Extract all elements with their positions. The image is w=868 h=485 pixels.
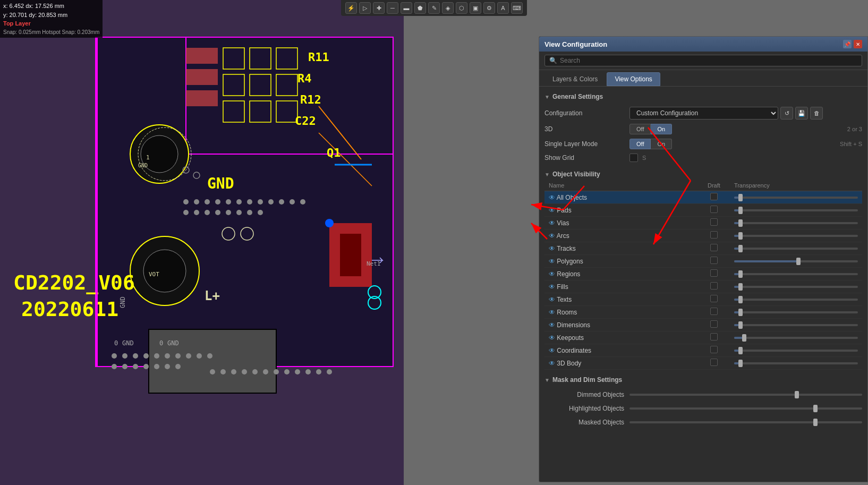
mask-slider-2[interactable]: [629, 418, 862, 427]
eye-icon-12[interactable]: 👁: [549, 347, 557, 354]
toolbar-btn-9[interactable]: ⬡: [456, 2, 467, 14]
col-name-header: Name: [544, 180, 698, 191]
config-reset-btn[interactable]: ↺: [780, 107, 793, 120]
draft-checkbox-5[interactable]: [710, 257, 718, 264]
eye-icon-0[interactable]: 👁: [549, 194, 557, 201]
transparency-slider-10[interactable]: [734, 321, 858, 329]
show-grid-checkbox[interactable]: [629, 154, 638, 162]
draft-checkbox-9[interactable]: [710, 308, 718, 315]
draft-checkbox-12[interactable]: [710, 346, 718, 353]
toolbar-btn-3[interactable]: ✚: [373, 2, 385, 14]
tab-layers-colors[interactable]: Layers & Colors: [544, 72, 606, 86]
transparency-slider-2[interactable]: [734, 219, 858, 227]
3d-on-btn[interactable]: On: [651, 124, 672, 134]
eye-icon-11[interactable]: 👁: [549, 334, 557, 342]
draft-checkbox-6[interactable]: [710, 269, 718, 277]
transparency-cell-1: [730, 204, 862, 217]
panel-search-area: 🔍: [539, 52, 867, 70]
transparency-slider-11[interactable]: [734, 334, 858, 342]
draft-checkbox-13[interactable]: [710, 359, 718, 366]
config-select[interactable]: Custom Configuration: [629, 107, 778, 120]
svg-point-74: [175, 353, 181, 359]
transparency-slider-8[interactable]: [734, 295, 858, 304]
mask-slider-1[interactable]: [629, 404, 862, 413]
transparency-slider-3[interactable]: [734, 232, 858, 240]
svg-point-91: [274, 369, 279, 375]
eye-icon-8[interactable]: 👁: [549, 296, 557, 303]
toolbar-btn-7[interactable]: ✎: [428, 2, 440, 14]
transparency-slider-6[interactable]: [734, 270, 858, 278]
mask-slider-0[interactable]: [629, 390, 862, 399]
tab-view-options[interactable]: View Options: [607, 72, 660, 86]
mask-label-2: Masked Objects: [544, 419, 629, 426]
toolbar-btn-8[interactable]: ◈: [442, 2, 454, 14]
table-row: 👁 3D Body: [544, 357, 862, 370]
single-layer-label: Single Layer Mode: [544, 140, 629, 148]
transparency-slider-12[interactable]: [734, 346, 858, 355]
transparency-slider-13[interactable]: [734, 359, 858, 368]
toolbar-btn-5[interactable]: ▬: [401, 2, 412, 14]
svg-point-85: [210, 369, 215, 375]
eye-icon-5[interactable]: 👁: [549, 258, 557, 265]
draft-checkbox-11[interactable]: [710, 333, 718, 341]
slm-off-btn[interactable]: Off: [629, 139, 651, 149]
transparency-slider-1[interactable]: [734, 206, 858, 215]
svg-point-22: [215, 199, 220, 205]
transparency-cell-13: [730, 357, 862, 370]
3d-off-btn[interactable]: Off: [629, 124, 651, 134]
svg-text:GND: GND: [119, 296, 126, 308]
eye-icon-10[interactable]: 👁: [549, 321, 557, 329]
toolbar-btn-6[interactable]: ⬟: [414, 2, 426, 14]
draft-cell-13: [698, 357, 730, 370]
eye-icon-9[interactable]: 👁: [549, 309, 557, 316]
eye-icon-1[interactable]: 👁: [549, 207, 557, 214]
table-row: 👁 Rooms: [544, 306, 862, 319]
toolbar-btn-13[interactable]: ⌨: [511, 2, 523, 14]
transparency-slider-4[interactable]: [734, 244, 858, 253]
mask-dim-header[interactable]: ▼ Mask and Dim Settings: [539, 374, 867, 386]
transparency-slider-9[interactable]: [734, 308, 858, 317]
svg-point-95: [316, 369, 321, 375]
draft-checkbox-4[interactable]: [710, 244, 718, 251]
eye-icon-3[interactable]: 👁: [549, 232, 557, 240]
config-save-btn[interactable]: 💾: [795, 107, 808, 120]
table-row: 👁 Dimensions: [544, 319, 862, 331]
transparency-slider-7[interactable]: [734, 283, 858, 291]
transparency-slider-5[interactable]: [734, 257, 858, 266]
toolbar-btn-12[interactable]: A: [497, 2, 509, 14]
toolbar-btn-4[interactable]: ─: [387, 2, 398, 14]
panel-pin-button[interactable]: 📌: [843, 40, 852, 48]
eye-icon-4[interactable]: 👁: [549, 245, 557, 252]
transparency-slider-0[interactable]: [734, 193, 858, 202]
draft-checkbox-2[interactable]: [710, 218, 718, 226]
object-visibility-header[interactable]: ▼ Object Visibility: [539, 168, 867, 180]
config-delete-btn[interactable]: 🗑: [810, 107, 823, 120]
general-settings-header[interactable]: ▼ General Settings: [539, 91, 867, 103]
eye-icon-2[interactable]: 👁: [549, 219, 557, 227]
search-input[interactable]: [560, 57, 857, 64]
panel-body[interactable]: ▼ General Settings Configuration Custom …: [539, 87, 867, 482]
draft-cell-10: [698, 319, 730, 331]
slm-on-btn[interactable]: On: [651, 139, 672, 149]
draft-checkbox-1[interactable]: [710, 206, 718, 213]
svg-text:0: 0: [159, 339, 163, 347]
toolbar-btn-11[interactable]: ⚙: [483, 2, 495, 14]
eye-icon-7[interactable]: 👁: [549, 283, 557, 291]
draft-checkbox-3[interactable]: [710, 231, 718, 239]
draft-checkbox-8[interactable]: [710, 295, 718, 302]
eye-icon-13[interactable]: 👁: [549, 360, 557, 367]
table-header-row: Name Draft Transparency: [544, 180, 862, 191]
table-row: 👁 Coordinates: [544, 344, 862, 357]
draft-checkbox-7[interactable]: [710, 282, 718, 290]
eye-icon-6[interactable]: 👁: [549, 270, 557, 278]
draft-checkbox-10[interactable]: [710, 320, 718, 328]
draft-checkbox-0[interactable]: [710, 193, 718, 200]
draft-cell-2: [698, 217, 730, 229]
toolbar-btn-filter[interactable]: ⚡: [345, 2, 357, 14]
svg-rect-13: [186, 90, 218, 106]
draft-cell-9: [698, 306, 730, 319]
svg-rect-12: [186, 69, 218, 85]
toolbar-btn-2[interactable]: ▷: [359, 2, 371, 14]
toolbar-btn-10[interactable]: ▣: [470, 2, 481, 14]
panel-close-button[interactable]: ✕: [854, 40, 862, 48]
